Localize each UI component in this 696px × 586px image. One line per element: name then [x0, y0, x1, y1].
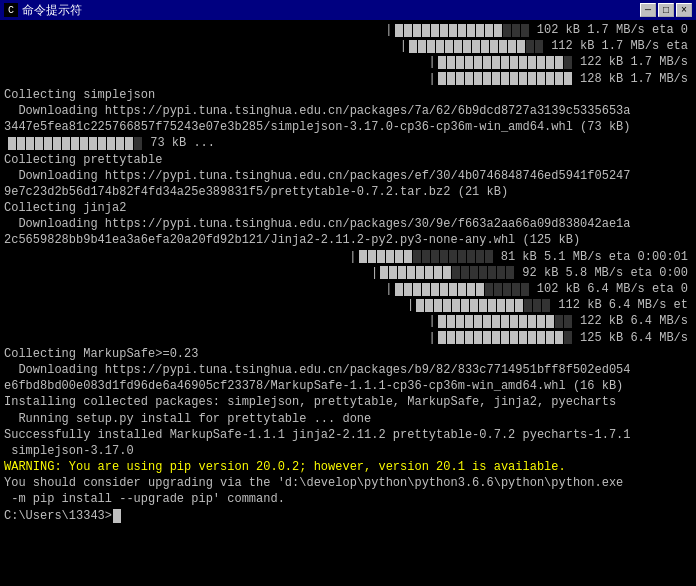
progress-block-filled	[499, 40, 507, 53]
progress-block-filled	[44, 137, 52, 150]
progress-bar-row: | 102 kB 1.7 MB/s eta 0	[385, 22, 688, 38]
progress-block-filled	[404, 250, 412, 263]
progress-block-filled	[465, 56, 473, 69]
progress-group: | 81 kB 5.1 MB/s eta 0:00:01| 92 kB 5.8 …	[4, 249, 692, 346]
progress-block-filled	[537, 331, 545, 344]
progress-block-empty	[488, 266, 496, 279]
console-text-line: -m pip install --upgrade pip' command.	[4, 491, 692, 507]
progress-block-filled	[107, 137, 115, 150]
progress-block-empty	[524, 299, 532, 312]
progress-block-filled	[416, 266, 424, 279]
title-bar-icon: C	[4, 3, 18, 17]
progress-block-empty	[431, 250, 439, 263]
progress-block-filled	[458, 283, 466, 296]
progress-block-filled	[422, 283, 430, 296]
progress-bar-row: | 125 kB 6.4 MB/s	[429, 330, 688, 346]
progress-label: 125 kB 6.4 MB/s	[573, 330, 688, 346]
progress-block-filled	[456, 56, 464, 69]
console: | 102 kB 1.7 MB/s eta 0| 112 kB 1.7 MB/s…	[0, 20, 696, 586]
maximize-button[interactable]: □	[658, 3, 674, 17]
pipe-symbol: |	[429, 54, 436, 70]
progress-block-filled	[537, 315, 545, 328]
progress-block-filled	[452, 299, 460, 312]
progress-block-filled	[537, 56, 545, 69]
progress-block-filled	[427, 40, 435, 53]
progress-block-filled	[386, 250, 394, 263]
progress-block-filled	[409, 40, 417, 53]
progress-block-filled	[510, 56, 518, 69]
progress-block-filled	[519, 56, 527, 69]
progress-label: 92 kB 5.8 MB/s eta 0:00	[515, 265, 688, 281]
progress-label: 112 kB 6.4 MB/s et	[551, 297, 688, 313]
progress-block-filled	[447, 315, 455, 328]
progress-block-filled	[501, 331, 509, 344]
minimize-button[interactable]: ─	[640, 3, 656, 17]
progress-block-filled	[483, 56, 491, 69]
progress-block-filled	[555, 331, 563, 344]
pipe-symbol: |	[429, 330, 436, 346]
console-text-line: 3447e5fea81c225766857f75243e07e3b285/sim…	[4, 119, 692, 135]
progress-block-filled	[125, 137, 133, 150]
progress-block-filled	[359, 250, 367, 263]
progress-block-empty	[470, 266, 478, 279]
progress-block-empty	[452, 266, 460, 279]
progress-block-empty	[535, 40, 543, 53]
progress-block-filled	[515, 299, 523, 312]
progress-block-filled	[519, 72, 527, 85]
progress-block-filled	[389, 266, 397, 279]
pipe-symbol: |	[407, 297, 414, 313]
progress-block-filled	[368, 250, 376, 263]
progress-block-filled	[449, 24, 457, 37]
progress-block-empty	[521, 283, 529, 296]
progress-block-filled	[463, 40, 471, 53]
progress-block-filled	[461, 299, 469, 312]
progress-label: 81 kB 5.1 MB/s eta 0:00:01	[494, 249, 688, 265]
console-text-line: Running setup.py install for prettytable…	[4, 411, 692, 427]
progress-block-filled	[71, 137, 79, 150]
progress-block-empty	[497, 266, 505, 279]
progress-bar-row: 73 kB ...	[8, 135, 692, 151]
progress-block-filled	[35, 137, 43, 150]
close-button[interactable]: ×	[676, 3, 692, 17]
progress-block-filled	[510, 315, 518, 328]
progress-block-empty	[479, 266, 487, 279]
progress-block-filled	[555, 56, 563, 69]
progress-block-filled	[546, 315, 554, 328]
progress-block-filled	[546, 331, 554, 344]
progress-block-filled	[447, 56, 455, 69]
progress-block-filled	[456, 72, 464, 85]
progress-block-filled	[546, 56, 554, 69]
progress-block-filled	[447, 72, 455, 85]
progress-block-filled	[467, 283, 475, 296]
pipe-symbol: |	[385, 22, 392, 38]
progress-bar-row: | 102 kB 6.4 MB/s eta 0	[385, 281, 688, 297]
progress-block-empty	[564, 331, 572, 344]
progress-block-filled	[474, 331, 482, 344]
progress-block-filled	[8, 137, 16, 150]
console-text-line: Downloading https://pypi.tuna.tsinghua.e…	[4, 103, 692, 119]
progress-block-filled	[510, 331, 518, 344]
progress-block-filled	[440, 283, 448, 296]
progress-block-filled	[80, 137, 88, 150]
progress-block-filled	[395, 250, 403, 263]
progress-block-empty	[494, 283, 502, 296]
pipe-symbol: |	[429, 313, 436, 329]
progress-block-filled	[519, 315, 527, 328]
progress-block-empty	[461, 266, 469, 279]
prompt-text: C:\Users\13343>	[4, 508, 112, 524]
progress-label: 102 kB 6.4 MB/s eta 0	[530, 281, 688, 297]
progress-block-filled	[434, 299, 442, 312]
progress-block-empty	[526, 40, 534, 53]
progress-block-filled	[485, 24, 493, 37]
progress-block-empty	[458, 250, 466, 263]
progress-bar-row: | 81 kB 5.1 MB/s eta 0:00:01	[349, 249, 688, 265]
progress-label: 122 kB 1.7 MB/s	[573, 54, 688, 70]
progress-block-filled	[488, 299, 496, 312]
progress-block-filled	[519, 331, 527, 344]
title-bar-title: 命令提示符	[22, 2, 82, 19]
progress-block-empty	[564, 315, 572, 328]
console-text-line: Downloading https://pypi.tuna.tsinghua.e…	[4, 216, 692, 232]
prompt-line: C:\Users\13343>	[4, 508, 692, 524]
progress-block-filled	[89, 137, 97, 150]
console-text-line: You should consider upgrading via the 'd…	[4, 475, 692, 491]
